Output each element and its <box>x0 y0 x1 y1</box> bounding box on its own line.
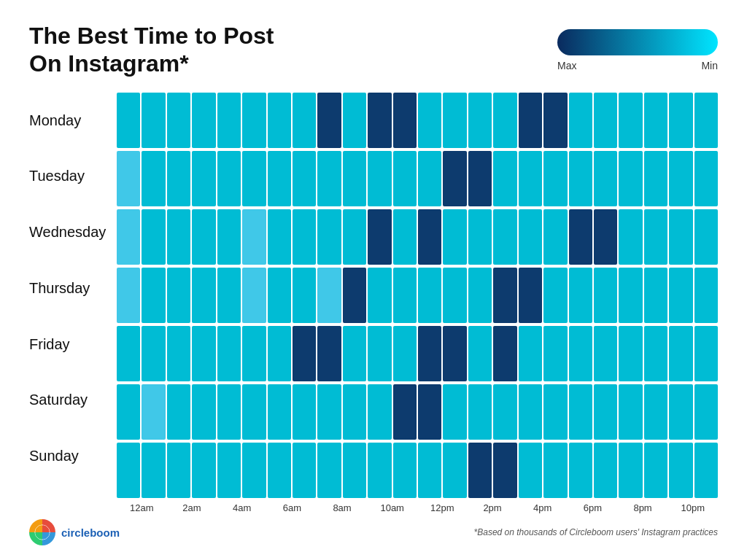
cell <box>343 209 366 265</box>
cell <box>493 151 516 206</box>
y-label-monday: Monday <box>29 112 117 129</box>
cell <box>368 93 391 148</box>
row-monday <box>117 93 718 148</box>
footer: circleboom *Based on thousands of Circle… <box>29 519 718 545</box>
x-label-2am: 2am <box>167 502 217 513</box>
row-saturday <box>117 384 718 440</box>
cell <box>418 93 441 148</box>
cell <box>694 93 718 148</box>
cell <box>669 268 692 323</box>
cell <box>619 326 642 381</box>
cell <box>468 93 492 148</box>
cell <box>569 93 592 148</box>
row-tuesday <box>117 151 718 206</box>
cell <box>594 268 617 323</box>
x-label-12pm: 12pm <box>417 502 468 513</box>
cell <box>167 326 190 381</box>
cell <box>694 268 718 323</box>
cell <box>443 209 466 265</box>
legend: Max Min <box>557 29 718 71</box>
cell <box>619 151 642 206</box>
cell <box>217 93 241 148</box>
cell <box>293 326 316 381</box>
cell <box>167 151 190 206</box>
cell <box>543 151 567 206</box>
x-label-4pm: 4pm <box>517 502 568 513</box>
cell <box>519 326 542 381</box>
cell <box>493 209 516 265</box>
cell <box>644 384 667 440</box>
cell <box>393 209 417 265</box>
cell <box>167 209 190 265</box>
cell <box>242 326 266 381</box>
cell <box>167 443 190 498</box>
row-friday <box>117 326 718 381</box>
cell <box>117 151 140 206</box>
cell <box>594 209 617 265</box>
cell <box>317 443 341 498</box>
cell <box>167 93 190 148</box>
cell <box>694 151 718 206</box>
cell <box>543 268 567 323</box>
cell <box>694 443 718 498</box>
cell <box>317 326 341 381</box>
cell <box>117 326 140 381</box>
cell <box>418 443 441 498</box>
cell <box>543 209 567 265</box>
legend-bar <box>557 29 718 55</box>
cell <box>619 93 642 148</box>
cell <box>644 326 667 381</box>
cell <box>443 151 466 206</box>
logo-text: circleboom <box>61 526 120 539</box>
legend-min-label: Min <box>701 60 718 71</box>
cell <box>543 93 567 148</box>
cell <box>393 93 417 148</box>
cell <box>418 268 441 323</box>
cell <box>268 268 291 323</box>
cell <box>142 443 165 498</box>
cell <box>217 209 241 265</box>
cell <box>293 93 316 148</box>
page-title: The Best Time to Post On Instagram* <box>29 22 274 78</box>
x-label-10pm: 10pm <box>667 502 718 513</box>
heatmap-grid <box>117 93 718 498</box>
cell <box>493 443 516 498</box>
cell <box>619 209 642 265</box>
cell <box>317 151 341 206</box>
cell <box>644 443 667 498</box>
cell <box>192 326 215 381</box>
x-axis: 12am2am4am6am8am10am12pm2pm4pm6pm8pm10pm <box>117 498 718 513</box>
cell <box>117 268 140 323</box>
cell <box>443 384 466 440</box>
cell <box>242 209 266 265</box>
footer-note: *Based on thousands of Circleboom users'… <box>474 527 718 537</box>
cell <box>217 151 241 206</box>
cell <box>242 384 266 440</box>
cell <box>142 384 165 440</box>
cell <box>368 326 391 381</box>
cell <box>669 443 692 498</box>
cell <box>167 268 190 323</box>
cell <box>619 443 642 498</box>
x-label-8am: 8am <box>317 502 368 513</box>
cell <box>268 443 291 498</box>
cell <box>619 268 642 323</box>
cell <box>418 209 441 265</box>
cell <box>519 151 542 206</box>
cell <box>669 209 692 265</box>
cell <box>519 209 542 265</box>
cell <box>569 268 592 323</box>
cell <box>468 384 492 440</box>
y-label-wednesday: Wednesday <box>29 224 117 241</box>
cell <box>543 384 567 440</box>
cell <box>393 268 417 323</box>
cell <box>217 326 241 381</box>
cell <box>117 209 140 265</box>
cell <box>242 443 266 498</box>
cell <box>293 209 316 265</box>
cell <box>268 209 291 265</box>
cell <box>142 209 165 265</box>
cell <box>493 326 516 381</box>
cell <box>569 443 592 498</box>
x-label-8pm: 8pm <box>618 502 668 513</box>
